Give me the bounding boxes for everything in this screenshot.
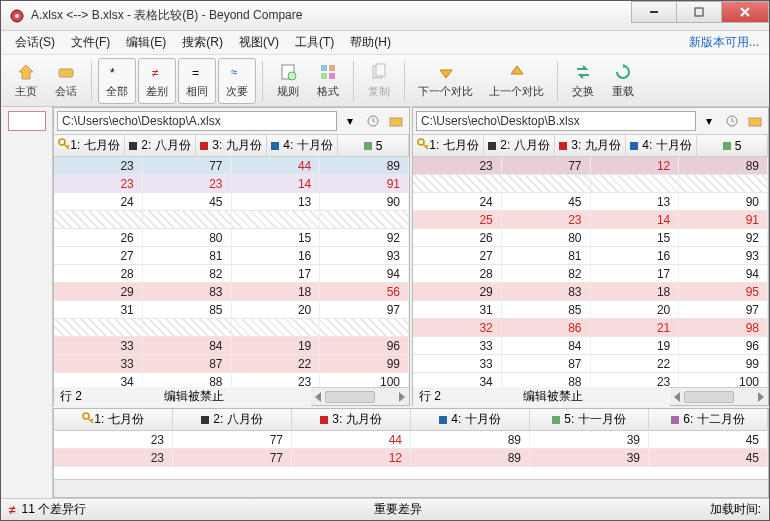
column-header[interactable]: 6: 十二月份 — [649, 409, 768, 430]
next-diff-button[interactable]: 下一个对比 — [411, 58, 480, 104]
cell[interactable]: 26 — [413, 229, 502, 246]
right-path-input[interactable]: C:\Users\echo\Desktop\B.xlsx — [416, 111, 696, 131]
table-row[interactable]: 23771289 — [413, 157, 768, 175]
cell[interactable]: 23 — [54, 157, 143, 174]
table-row[interactable]: 32862198 — [413, 319, 768, 337]
cell[interactable] — [320, 211, 409, 228]
cell[interactable]: 96 — [320, 337, 409, 354]
left-hscroll[interactable]: 行 2编辑被禁止 — [54, 387, 409, 405]
cell[interactable]: 94 — [320, 265, 409, 282]
cell[interactable]: 23 — [232, 373, 321, 387]
cell[interactable]: 19 — [591, 337, 680, 354]
cell[interactable]: 77 — [173, 449, 292, 466]
maximize-button[interactable] — [676, 1, 722, 23]
cell[interactable]: 23 — [54, 449, 173, 466]
cell[interactable]: 85 — [502, 301, 591, 318]
right-grid[interactable]: 2377128924451390252314912680159227811693… — [413, 157, 768, 387]
table-row[interactable]: 23774489 — [54, 157, 409, 175]
cell[interactable] — [143, 211, 232, 228]
cell[interactable]: 88 — [502, 373, 591, 387]
cell[interactable]: 27 — [413, 247, 502, 264]
cell[interactable]: 23 — [54, 431, 173, 448]
cell[interactable]: 83 — [143, 283, 232, 300]
cell[interactable]: 93 — [679, 247, 768, 264]
column-header[interactable]: 3: 九月份 — [196, 135, 267, 156]
format-button[interactable]: 格式 — [309, 58, 347, 104]
cell[interactable]: 97 — [320, 301, 409, 318]
cell[interactable]: 91 — [679, 211, 768, 228]
scroll-right-icon[interactable] — [395, 390, 409, 404]
cell[interactable]: 83 — [502, 283, 591, 300]
cell[interactable]: 17 — [232, 265, 321, 282]
table-row[interactable]: 26801592 — [54, 229, 409, 247]
table-row[interactable]: 237744893945 — [54, 431, 768, 449]
column-header[interactable]: 5 — [697, 135, 768, 156]
bottom-hscroll[interactable] — [54, 479, 768, 497]
cell[interactable]: 28 — [413, 265, 502, 282]
reload-button[interactable]: 重载 — [604, 58, 642, 104]
all-button[interactable]: *全部 — [98, 58, 136, 104]
scroll-thumb[interactable] — [684, 391, 734, 403]
scroll-left-icon[interactable] — [670, 390, 684, 404]
cell[interactable]: 14 — [232, 175, 321, 192]
column-header[interactable]: 1: 七月份 — [413, 135, 484, 156]
cell[interactable]: 29 — [54, 283, 143, 300]
cell[interactable]: 21 — [591, 319, 680, 336]
cell[interactable]: 31 — [54, 301, 143, 318]
dropdown-button[interactable]: ▾ — [699, 111, 719, 131]
cell[interactable]: 85 — [143, 301, 232, 318]
cell[interactable]: 80 — [143, 229, 232, 246]
cell[interactable]: 89 — [320, 157, 409, 174]
cell[interactable]: 25 — [413, 211, 502, 228]
column-header[interactable]: 4: 十月份 — [626, 135, 697, 156]
cell[interactable]: 12 — [591, 157, 680, 174]
cell[interactable]: 32 — [413, 319, 502, 336]
menu-edit[interactable]: 编辑(E) — [118, 34, 174, 51]
bottom-grid[interactable]: 237744893945237712893945 — [54, 431, 768, 479]
cell[interactable]: 12 — [292, 449, 411, 466]
cell[interactable]: 80 — [502, 229, 591, 246]
cell[interactable]: 33 — [413, 337, 502, 354]
menu-file[interactable]: 文件(F) — [63, 34, 118, 51]
cell[interactable]: 97 — [679, 301, 768, 318]
cell[interactable]: 22 — [232, 355, 321, 372]
table-row[interactable]: 33872299 — [54, 355, 409, 373]
cell[interactable] — [232, 319, 321, 336]
cell[interactable]: 20 — [232, 301, 321, 318]
table-row[interactable]: 31852097 — [413, 301, 768, 319]
cell[interactable]: 16 — [591, 247, 680, 264]
cell[interactable] — [679, 175, 768, 192]
minor-button[interactable]: ≈次要 — [218, 58, 256, 104]
cell[interactable]: 77 — [502, 157, 591, 174]
table-row[interactable] — [54, 319, 409, 337]
column-header[interactable]: 1: 七月份 — [54, 409, 173, 430]
table-row[interactable]: 348823100 — [54, 373, 409, 387]
cell[interactable]: 81 — [502, 247, 591, 264]
cell[interactable] — [502, 175, 591, 192]
cell[interactable]: 100 — [679, 373, 768, 387]
cell[interactable]: 89 — [411, 431, 530, 448]
table-row[interactable]: 28821794 — [413, 265, 768, 283]
cell[interactable]: 95 — [679, 283, 768, 300]
cell[interactable]: 82 — [502, 265, 591, 282]
cell[interactable]: 90 — [679, 193, 768, 210]
cell[interactable] — [320, 319, 409, 336]
cell[interactable]: 88 — [143, 373, 232, 387]
cell[interactable] — [54, 319, 143, 336]
cell[interactable]: 84 — [143, 337, 232, 354]
rules-button[interactable]: 规则 — [269, 58, 307, 104]
cell[interactable]: 23 — [413, 157, 502, 174]
cell[interactable]: 96 — [679, 337, 768, 354]
cell[interactable]: 29 — [413, 283, 502, 300]
cell[interactable]: 39 — [530, 449, 649, 466]
cell[interactable]: 98 — [679, 319, 768, 336]
cell[interactable]: 45 — [649, 449, 768, 466]
cell[interactable]: 18 — [232, 283, 321, 300]
table-row[interactable]: 29831895 — [413, 283, 768, 301]
cell[interactable]: 26 — [54, 229, 143, 246]
menu-help[interactable]: 帮助(H) — [342, 34, 399, 51]
column-header[interactable]: 3: 九月份 — [555, 135, 626, 156]
column-header[interactable]: 5 — [338, 135, 409, 156]
history-button[interactable] — [722, 111, 742, 131]
scroll-right-icon[interactable] — [754, 390, 768, 404]
